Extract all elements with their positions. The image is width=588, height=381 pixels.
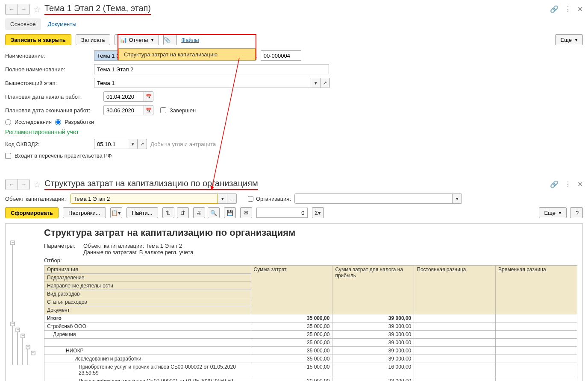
tab-main[interactable]: Основное bbox=[5, 18, 41, 30]
table-cell-value: 20 000,00 bbox=[251, 377, 332, 381]
org-checkbox[interactable] bbox=[248, 196, 253, 202]
col-org: Организация bbox=[44, 266, 251, 274]
favorite-icon-2[interactable]: ☆ bbox=[33, 179, 41, 190]
full-name-label: Полное наименование: bbox=[5, 66, 91, 73]
start-date-input[interactable] bbox=[103, 91, 144, 102]
table-cell-value bbox=[496, 347, 577, 355]
parent-input[interactable] bbox=[94, 78, 311, 88]
col-type: Вид расходов bbox=[44, 290, 251, 298]
object-dropdown-btn[interactable]: ▾ bbox=[218, 193, 227, 204]
col-sum: Сумма затрат bbox=[251, 266, 332, 314]
table-cell-value bbox=[414, 377, 496, 381]
start-date-label: Плановая дата начала работ: bbox=[5, 94, 100, 100]
table-cell-value bbox=[414, 331, 496, 339]
table-cell-label bbox=[44, 339, 251, 347]
param-line-2: Данные по затратам: В валюте регл. учета bbox=[83, 249, 194, 255]
sigma-icon[interactable]: Σ▾ bbox=[312, 207, 324, 218]
parent-dropdown-btn[interactable]: ▾ bbox=[311, 78, 320, 88]
table-cell-value: 39 000,00 bbox=[332, 314, 414, 322]
full-name-input[interactable] bbox=[94, 64, 329, 74]
org-label: Организация: bbox=[256, 196, 291, 202]
expand-icon[interactable]: ⇅ bbox=[162, 207, 174, 218]
table-cell-value bbox=[496, 355, 577, 363]
table-cell-label: Итого bbox=[44, 314, 251, 322]
start-date-calendar-btn[interactable]: 📅 bbox=[144, 91, 153, 102]
help-button[interactable]: ? bbox=[570, 207, 583, 218]
files-link[interactable]: Файлы bbox=[181, 37, 199, 43]
settings-button[interactable]: Настройки... bbox=[63, 207, 106, 218]
email-icon[interactable]: ✉ bbox=[240, 207, 252, 218]
org-dropdown-btn[interactable]: ▾ bbox=[453, 193, 462, 204]
table-cell-value bbox=[414, 363, 496, 377]
end-date-label: Плановая дата окончания работ: bbox=[5, 107, 100, 114]
generate-button[interactable]: Сформировать bbox=[5, 207, 59, 218]
code-input[interactable] bbox=[261, 50, 301, 61]
research-radio[interactable] bbox=[5, 119, 11, 125]
page-title: Тема 1 Этап 2 (Тема, этап) bbox=[44, 3, 151, 15]
more-button[interactable]: Еще bbox=[555, 34, 583, 45]
object-input[interactable] bbox=[71, 193, 218, 204]
close-icon[interactable]: ✕ bbox=[577, 5, 583, 13]
development-radio[interactable] bbox=[55, 119, 61, 125]
find-button[interactable]: Найти... bbox=[126, 207, 158, 218]
object-label: Объект капитализации: bbox=[5, 196, 67, 202]
table-cell-value bbox=[414, 322, 496, 331]
name-label: Наименование: bbox=[5, 53, 91, 59]
kebab-icon[interactable]: ⋮ bbox=[564, 5, 571, 13]
okved-input[interactable] bbox=[94, 139, 128, 149]
close-icon-2[interactable]: ✕ bbox=[577, 180, 583, 188]
save-icon[interactable]: 💾 bbox=[224, 207, 236, 218]
sum-input[interactable] bbox=[256, 208, 308, 218]
col-tax: Сумма затрат для налога на прибыль bbox=[332, 266, 414, 314]
link-icon[interactable]: 🔗 bbox=[550, 5, 559, 13]
table-cell-value bbox=[414, 355, 496, 363]
gov-list-checkbox[interactable] bbox=[5, 153, 11, 159]
preview-icon[interactable]: 🔍 bbox=[208, 207, 220, 218]
table-cell-value: 39 000,00 bbox=[332, 339, 414, 347]
org-input[interactable] bbox=[294, 193, 453, 204]
okved-hint: Добыча угля и антрацита bbox=[150, 141, 216, 147]
table-cell-value: 35 000,00 bbox=[251, 339, 332, 347]
table-cell-value bbox=[414, 314, 496, 322]
forward-button[interactable]: → bbox=[18, 4, 29, 15]
table-cell-label: Реклассификация расходов СБ00-000001 от … bbox=[44, 377, 251, 381]
save-button[interactable]: Записать bbox=[76, 34, 111, 45]
report-title: Структура затрат на капитализацию по орг… bbox=[44, 179, 258, 190]
parent-label: Вышестоящий этап: bbox=[5, 80, 91, 86]
table-cell-value: 35 000,00 bbox=[251, 347, 332, 355]
attachment-button[interactable]: 📎 bbox=[163, 34, 177, 45]
parent-open-btn[interactable]: ↗ bbox=[320, 78, 330, 88]
okved-dropdown-btn[interactable]: ▾ bbox=[128, 139, 138, 149]
back-button-2[interactable]: ← bbox=[6, 179, 18, 190]
params-label: Параметры: bbox=[44, 243, 78, 255]
completed-checkbox[interactable] bbox=[160, 107, 166, 113]
table-cell-value bbox=[496, 314, 577, 322]
print-icon[interactable]: 🖨 bbox=[193, 207, 205, 218]
save-and-close-button[interactable]: Записать и закрыть bbox=[5, 34, 71, 45]
more-button-2[interactable]: Еще bbox=[539, 207, 567, 218]
dropdown-item-cost-structure[interactable]: Структура затрат на капитализацию bbox=[118, 48, 256, 61]
table-cell-value: 35 000,00 bbox=[251, 314, 332, 322]
object-select-btn[interactable]: … bbox=[227, 193, 237, 204]
tree-outline[interactable] bbox=[6, 224, 39, 381]
table-cell-value bbox=[496, 331, 577, 339]
reports-dropdown[interactable]: 📊Отчеты bbox=[115, 34, 159, 45]
favorite-icon[interactable]: ☆ bbox=[33, 4, 41, 15]
variants-button[interactable]: 📋▾ bbox=[110, 207, 122, 218]
report-heading: Структура затрат на капитализацию по орг… bbox=[44, 227, 577, 238]
end-date-calendar-btn[interactable]: 📅 bbox=[144, 105, 153, 115]
tab-documents[interactable]: Документы bbox=[43, 18, 82, 30]
link-icon-2[interactable]: 🔗 bbox=[550, 180, 559, 188]
okved-open-btn[interactable]: ↗ bbox=[138, 139, 147, 149]
forward-button-2[interactable]: → bbox=[18, 179, 29, 190]
table-cell-value: 39 000,00 bbox=[332, 331, 414, 339]
filter-label: Отбор: bbox=[44, 257, 78, 264]
table-cell-value: 16 000,00 bbox=[332, 363, 414, 377]
kebab-icon-2[interactable]: ⋮ bbox=[564, 180, 571, 188]
collapse-icon[interactable]: ⇵ bbox=[177, 207, 189, 218]
back-button[interactable]: ← bbox=[6, 4, 18, 15]
end-date-input[interactable] bbox=[103, 105, 144, 115]
col-article: Статья расходов bbox=[44, 298, 251, 306]
table-cell-label: Стройснаб ООО bbox=[44, 322, 251, 331]
table-cell-value bbox=[496, 339, 577, 347]
